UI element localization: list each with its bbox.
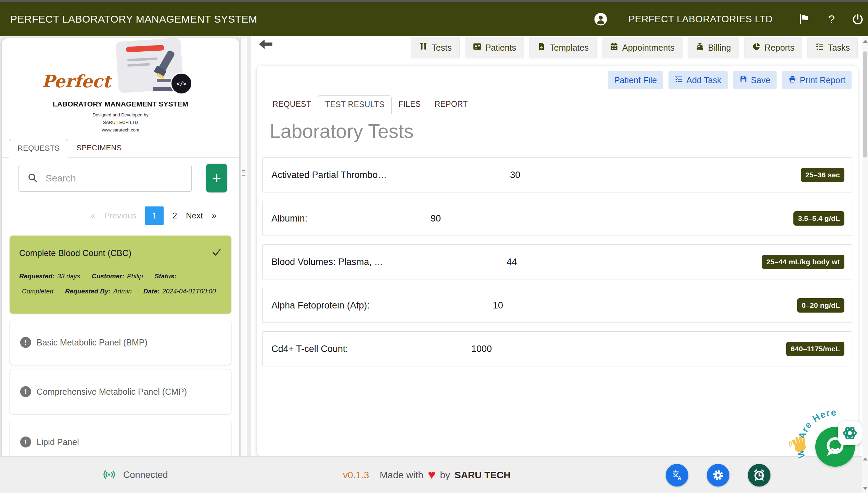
search-input[interactable] bbox=[46, 173, 176, 184]
request-title: Lipid Panel bbox=[37, 437, 79, 447]
help-icon[interactable]: ? bbox=[828, 2, 835, 36]
request-meta: Requested:33 days Customer:Philip Status… bbox=[19, 273, 222, 295]
back-button[interactable] bbox=[257, 38, 274, 51]
reference-range-badge: 25–36 sec bbox=[801, 168, 844, 182]
main-nav: Tests Patients Templates Appointments Bi… bbox=[411, 37, 858, 58]
check-icon bbox=[212, 247, 222, 259]
nav-label: Tests bbox=[432, 43, 451, 53]
nav-label: Reports bbox=[765, 43, 795, 53]
button-label: Save bbox=[751, 75, 770, 85]
test-value-field[interactable]: 90 bbox=[431, 213, 441, 224]
test-value-field[interactable]: 1000 bbox=[471, 344, 492, 354]
translate-button[interactable]: A bbox=[666, 464, 688, 486]
nav-billing-button[interactable]: Billing bbox=[688, 37, 739, 58]
tab-files[interactable]: FILES bbox=[392, 95, 427, 114]
button-label: Add Task bbox=[686, 75, 721, 85]
alarm-button[interactable] bbox=[748, 464, 770, 486]
patient-file-button[interactable]: Patient File bbox=[608, 71, 663, 89]
test-value-field[interactable]: 10 bbox=[493, 300, 503, 311]
request-card-cmp[interactable]: ! Comprehensive Metabolic Panel (CMP) bbox=[10, 369, 231, 414]
settings-button[interactable] bbox=[707, 464, 729, 486]
reference-range-badge: 0–20 ng/dL bbox=[797, 298, 844, 313]
add-task-button[interactable]: Add Task bbox=[668, 71, 727, 89]
button-label: Print Report bbox=[800, 75, 845, 85]
test-row[interactable]: Albumin: 90 3.5–5.4 g/dL bbox=[262, 201, 852, 236]
nav-tasks-button[interactable]: Tasks bbox=[807, 37, 858, 58]
made-with-text: Made with bbox=[380, 470, 423, 481]
pagination-last[interactable]: » bbox=[212, 211, 216, 220]
nav-reports-button[interactable]: Reports bbox=[744, 37, 803, 58]
nav-label: Patients bbox=[485, 43, 516, 53]
tasks-icon bbox=[815, 42, 824, 53]
cash-register-icon bbox=[695, 42, 704, 53]
pagination-page-2[interactable]: 2 bbox=[173, 211, 177, 220]
tab-specimens[interactable]: SPECIMENS bbox=[68, 139, 130, 157]
tab-report[interactable]: REPORT bbox=[427, 95, 474, 114]
save-icon bbox=[739, 75, 748, 85]
patient-card-icon bbox=[473, 42, 482, 53]
request-title: Basic Metabolic Panel (BMP) bbox=[37, 338, 148, 347]
button-label: Patient File bbox=[614, 75, 657, 85]
status-bar: Connected v0.1.3 Made with ♥ by SARU TEC… bbox=[0, 456, 862, 493]
app-window: PERFECT LABORATORY MANAGEMENT SYSTEM PER… bbox=[0, 0, 868, 493]
test-results-list: Activated Partial Thrombo… 30 25–36 sec … bbox=[262, 157, 852, 375]
heart-icon: ♥ bbox=[428, 468, 436, 481]
scroll-up-icon[interactable] bbox=[863, 40, 868, 43]
by-text: by bbox=[440, 470, 450, 481]
print-report-button[interactable]: Print Report bbox=[782, 71, 852, 89]
grip-icon bbox=[242, 170, 245, 176]
exclamation-icon: ! bbox=[20, 437, 31, 447]
logo-website: www.sarutech.com bbox=[2, 127, 239, 132]
power-icon[interactable] bbox=[851, 2, 864, 36]
request-title: Complete Blood Count (CBC) bbox=[19, 248, 131, 258]
request-card-cbc[interactable]: Complete Blood Count (CBC) Requested:33 … bbox=[10, 236, 231, 314]
test-name: Cd4+ T-cell Count: bbox=[271, 344, 348, 354]
test-value-field[interactable]: 44 bbox=[507, 257, 517, 267]
company-name: PERFECT LABORATORIES LTD bbox=[628, 2, 773, 36]
pagination-first[interactable]: « bbox=[91, 211, 95, 220]
search-row: + bbox=[2, 163, 239, 192]
scroll-down-icon[interactable] bbox=[863, 487, 868, 490]
request-title: Comprehensive Metabolic Panel (CMP) bbox=[37, 387, 187, 397]
content-tabs: REQUEST TEST RESULTS FILES REPORT bbox=[266, 95, 849, 114]
scroll-up-icon[interactable] bbox=[863, 457, 868, 460]
test-value-field[interactable]: 30 bbox=[510, 170, 520, 180]
sidebar: </> Perfect LABORATORY MANAGEMENT SYSTEM… bbox=[2, 38, 239, 456]
pagination-previous[interactable]: Previous bbox=[104, 211, 136, 220]
test-row[interactable]: Cd4+ T-cell Count: 1000 640–1175/mcL bbox=[262, 331, 852, 366]
scrollbar-thumb[interactable] bbox=[863, 51, 867, 157]
account-icon[interactable] bbox=[593, 2, 608, 36]
logo-code-badge: </> bbox=[170, 73, 192, 94]
nav-tests-button[interactable]: Tests bbox=[411, 37, 459, 58]
logo-company: SARU TECH LTD bbox=[2, 120, 239, 125]
reference-range-badge: 640–1175/mcL bbox=[786, 342, 844, 356]
test-name: Blood Volumes: Plasma, … bbox=[271, 257, 383, 267]
save-button[interactable]: Save bbox=[733, 71, 777, 89]
support-widget: We Are Here bbox=[787, 404, 868, 476]
request-card-bmp[interactable]: ! Basic Metabolic Panel (BMP) bbox=[10, 320, 231, 365]
sidebar-resize-handle[interactable] bbox=[240, 38, 247, 456]
flag-icon[interactable] bbox=[798, 2, 810, 36]
vertical-scrollbar[interactable] bbox=[862, 36, 868, 493]
nav-templates-button[interactable]: Templates bbox=[529, 37, 597, 58]
nav-appointments-button[interactable]: Appointments bbox=[602, 37, 682, 58]
tab-request[interactable]: REQUEST bbox=[266, 95, 318, 114]
test-row[interactable]: Blood Volumes: Plasma, … 44 25–44 mL/kg … bbox=[262, 244, 852, 279]
request-card-lipid[interactable]: ! Lipid Panel bbox=[10, 420, 231, 456]
vials-icon bbox=[419, 42, 428, 53]
nav-patients-button[interactable]: Patients bbox=[465, 37, 524, 58]
nav-label: Billing bbox=[708, 43, 731, 53]
tab-requests[interactable]: REQUESTS bbox=[9, 139, 68, 157]
test-name: Albumin: bbox=[271, 213, 307, 224]
add-request-button[interactable]: + bbox=[206, 164, 227, 192]
connection-status: Connected bbox=[123, 470, 168, 480]
pagination-page-1[interactable]: 1 bbox=[145, 206, 164, 225]
exclamation-icon: ! bbox=[20, 337, 31, 348]
test-row[interactable]: Activated Partial Thrombo… 30 25–36 sec bbox=[262, 157, 852, 192]
reference-range-badge: 25–44 mL/kg body wt bbox=[762, 255, 844, 269]
vendor-logo-badge[interactable] bbox=[838, 421, 862, 445]
tab-test-results[interactable]: TEST RESULTS bbox=[318, 95, 392, 114]
pagination-next[interactable]: Next bbox=[186, 211, 203, 220]
test-name: Activated Partial Thrombo… bbox=[271, 170, 387, 180]
test-row[interactable]: Alpha Fetoprotein (Afp): 10 0–20 ng/dL bbox=[262, 288, 852, 323]
